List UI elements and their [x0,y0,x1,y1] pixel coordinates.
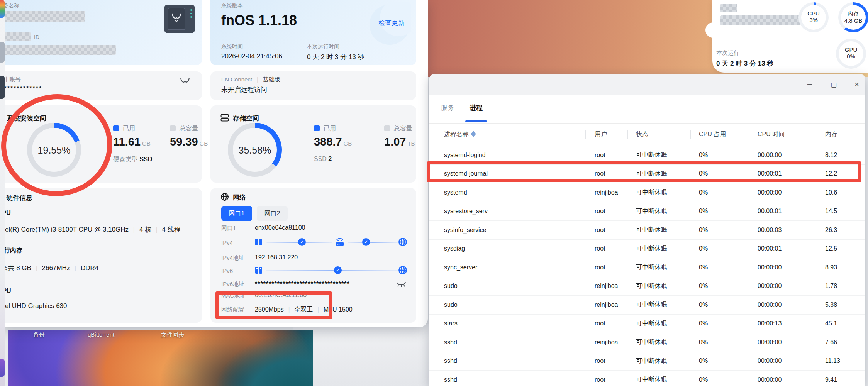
desktop-icon-label[interactable]: qBittorrent [88,331,114,338]
window-titlebar[interactable]: ─ ▢ ✕ [429,74,865,95]
column-header-status[interactable]: 状态 [636,130,699,139]
cell-status: 可中断休眠 [636,376,699,384]
cell-cpu: 0% [699,357,758,364]
eye-closed-icon[interactable] [396,281,407,288]
router-icon [335,237,345,247]
cell-name: sshd [429,339,576,346]
tab-port1[interactable]: 网口1 [221,206,252,221]
device-card: 设备名称 ID [0,0,202,65]
device-id-redacted [4,32,31,41]
cell-cpu: 0% [699,189,758,196]
cell-user: root [576,152,636,159]
cell-name: sudo [429,301,576,308]
table-header-row: 进程名称 用户 状态 CPU 占用 CPU 时间 内存 [429,124,865,146]
table-row[interactable]: sysinfo_serviceroot可中断休眠0%00:00:0326.3 [429,221,865,240]
cell-user: root [576,264,636,271]
os-version-label: 系统版本 [221,2,243,9]
device-info-redacted [4,45,116,55]
total-legend-swatch [170,125,176,131]
device-name-redacted [4,11,85,22]
fn-connect-card: FN Connect|基础版 未开启远程访问 [210,71,416,100]
hardware-card: 硬件信息 CPU Intel(R) Core(TM) i3-8100T CPU … [0,188,202,323]
tab-processes[interactable]: 进程 [470,103,483,112]
cell-mem: 12.5 [825,245,865,252]
app-icon-sliver[interactable] [0,359,5,377]
used-legend-label: 已用 [123,125,135,133]
minimize-button[interactable]: ─ [805,80,815,90]
column-header-name[interactable]: 进程名称 [429,130,576,139]
table-row[interactable]: sysdiagroot可中断休眠0%00:00:0112.5 [429,240,865,259]
column-header-user[interactable]: 用户 [576,130,636,139]
app-icon-sliver[interactable] [0,42,5,63]
cell-mem: 10.6 [825,189,865,196]
tab-services[interactable]: 服务 [441,103,454,112]
cell-status: 可中断休眠 [636,245,699,253]
column-header-memory[interactable]: 内存 [825,130,865,139]
close-button[interactable]: ✕ [852,80,862,90]
cell-status: 可中断休眠 [636,338,699,346]
cell-status: 可中断休眠 [636,188,699,196]
tab-port2[interactable]: 网口2 [257,206,288,221]
cell-time: 00:00:00 [758,152,825,159]
cell-cpu: 0% [699,320,758,327]
desktop-wallpaper: 备份 qBittorrent 文件同步 [8,330,313,386]
table-row[interactable]: sshdroot可中断休眠0%00:00:009.41 [429,371,865,386]
cell-status: 可中断休眠 [636,263,699,271]
cell-cpu: 0% [699,283,758,290]
cell-mem: 14.5 [825,208,865,215]
check-update-link[interactable]: 检查更新 [378,19,405,27]
cell-time: 00:00:00 [758,376,825,383]
cell-status: 可中断休眠 [636,282,699,290]
table-row[interactable]: sysrestore_servroot可中断休眠0%00:00:0114.5 [429,202,865,221]
table-row[interactable]: sshdreinjiboa可中断休眠0%00:00:007.66 [429,333,865,352]
check-icon: ✓ [334,266,342,274]
cell-status: 可中断休眠 [636,320,699,328]
table-row[interactable]: sync_serverroot可中断休眠0%00:00:008.93 [429,258,865,277]
cell-name: stars [429,320,576,327]
cell-time: 00:00:13 [758,320,825,327]
cell-status: 可中断休眠 [636,151,699,159]
desktop-icon-label[interactable]: 文件同步 [161,331,184,339]
table-row[interactable]: sshdroot可中断休眠0%00:00:0011.13 [429,352,865,371]
cell-time: 00:00:00 [758,357,825,364]
fn-horns-icon[interactable] [180,77,190,85]
cell-name: sysrestore_serv [429,208,576,215]
cell-user: root [576,208,636,215]
column-header-cpu-time[interactable]: CPU 时间 [758,130,825,139]
table-row[interactable]: systemdreinjiboa可中断休眠0%00:00:0010.6 [429,183,865,202]
cloud-decoration [705,22,721,38]
total-legend-label: 总容量 [180,125,198,133]
storage-space-title: 存储空间 [233,114,259,123]
annotation-box-network-config [215,291,332,319]
cell-cpu: 0% [699,376,758,383]
table-row[interactable]: sudoreinjiboa可中断休眠0%00:00:001.78 [429,277,865,296]
cell-time: 00:00:00 [758,283,825,290]
app-icon-sliver[interactable] [0,76,5,99]
cell-status: 可中断休眠 [636,207,699,215]
monitor-uptime-label: 本次运行 [716,49,739,57]
desktop-icon-label[interactable]: 备份 [33,331,45,339]
cpu-ring-text: CPU3% [798,10,829,23]
internet-globe-icon [398,238,407,246]
cell-cpu: 0% [699,339,758,346]
storage-total-value: 1.07TB [384,135,415,148]
cell-mem: 8.12 [825,152,865,159]
system-time-value: 2026-02-04 21:45:06 [221,52,282,60]
app-icon-sliver[interactable] [0,0,5,18]
screen: 备份 qBittorrent 文件同步 设备名称 ID [0,0,868,386]
cell-name: sshd [429,376,576,383]
storage-sub-row: SSD 2 [314,156,332,163]
storage-space-percent: 35.58% [228,145,282,156]
version-card: 系统版本 fnOS 1.1.18 检查更新 系统时间 2026-02-04 21… [210,0,416,65]
network-title: 网络 [233,193,246,202]
monitor-name-redacted [720,4,737,12]
cell-cpu: 0% [699,227,758,234]
table-row[interactable]: starsroot可中断休眠0%00:00:1345.1 [429,315,865,334]
cell-status: 可中断休眠 [636,301,699,309]
maximize-button[interactable]: ▢ [829,80,839,90]
cell-name: sshd [429,357,576,364]
cell-cpu: 0% [699,301,758,308]
ipv6-label: IPv6 [221,267,233,274]
table-row[interactable]: sudoreinjiboa可中断休眠0%00:00:005.38 [429,296,865,315]
check-icon: ✓ [298,238,306,246]
